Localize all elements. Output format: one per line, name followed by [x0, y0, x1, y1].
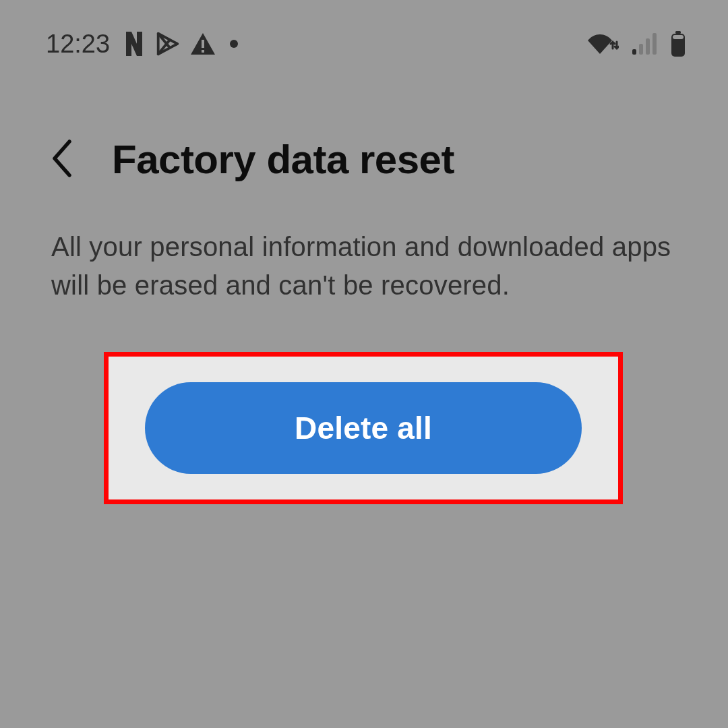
page-header: Factory data reset: [0, 132, 728, 186]
status-bar-left: 12:23: [46, 30, 238, 59]
battery-icon: [670, 31, 686, 57]
svg-rect-8: [646, 38, 650, 55]
highlight-callout: Delete all: [104, 352, 623, 504]
delete-all-button[interactable]: Delete all: [145, 382, 582, 474]
warning-icon: [189, 32, 216, 56]
chevron-left-icon: [49, 138, 73, 181]
status-bar-right: [585, 31, 686, 57]
status-clock: 12:23: [46, 30, 110, 59]
svg-rect-10: [675, 31, 681, 34]
netflix-icon: [123, 32, 145, 56]
svg-rect-0: [126, 32, 131, 56]
page-title: Factory data reset: [112, 136, 454, 183]
svg-rect-4: [202, 40, 204, 48]
svg-rect-6: [632, 49, 636, 55]
cellular-signal-icon: [631, 32, 658, 56]
svg-rect-1: [137, 32, 142, 56]
svg-rect-9: [653, 33, 657, 55]
play-store-icon: [154, 31, 180, 57]
more-notifications-dot-icon: [230, 40, 238, 48]
svg-rect-12: [673, 35, 684, 39]
svg-rect-7: [639, 44, 643, 55]
status-bar: 12:23: [0, 24, 728, 64]
reset-warning-text: All your personal information and downlo…: [51, 228, 694, 305]
svg-rect-5: [202, 50, 204, 53]
back-button[interactable]: [46, 132, 77, 186]
delete-all-button-label: Delete all: [295, 410, 432, 446]
wifi-icon: [585, 31, 619, 57]
